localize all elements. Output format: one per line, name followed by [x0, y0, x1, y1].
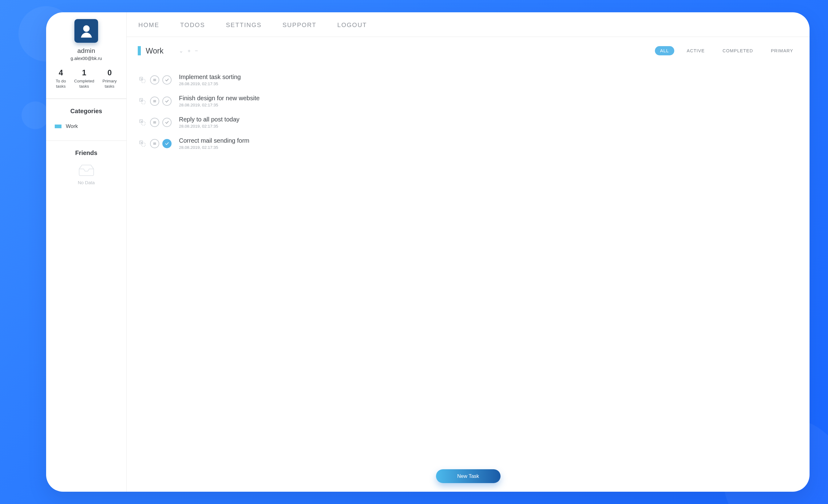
chevron-down-icon[interactable]: ⌄	[179, 48, 183, 53]
friends-empty-text: No Data	[46, 180, 126, 185]
task-row: Correct mail sending form 28.08.2019, 02…	[138, 133, 798, 154]
svg-rect-17	[142, 143, 145, 146]
task-row: Implement task sorting 28.08.2019, 02:17…	[138, 69, 798, 90]
category-name: Work	[66, 123, 78, 129]
category-item[interactable]: Work	[46, 122, 126, 131]
main-area: HOME TODOS SETTINGS SUPPORT LOGOUT Work …	[127, 12, 810, 492]
svg-rect-7	[142, 100, 145, 104]
sidebar: admin g.alex00@bk.ru 4 To do tasks 1 Com…	[46, 12, 127, 492]
stat-completed-label: Completed tasks	[74, 79, 94, 89]
task-list: Implement task sorting 28.08.2019, 02:17…	[127, 55, 810, 160]
category-color-bar	[138, 46, 141, 55]
task-date: 28.08.2019, 02:17:35	[179, 103, 259, 107]
stat-completed-count: 1	[74, 68, 94, 77]
stat-primary: 0 Primary tasks	[102, 68, 117, 89]
stats-row: 4 To do tasks 1 Completed tasks 0 Primar…	[49, 61, 123, 92]
stat-todo-count: 4	[56, 68, 66, 77]
task-details-icon[interactable]	[150, 139, 159, 148]
filter-completed[interactable]: COMPLETED	[717, 46, 758, 55]
nav-settings[interactable]: SETTINGS	[226, 22, 262, 29]
current-category-title: Work	[146, 46, 164, 55]
task-details-icon[interactable]	[150, 75, 159, 85]
list-header: Work ⌄ + − ALL ACTIVE COMPLETED PRIMARY	[127, 37, 810, 55]
nav-home[interactable]: HOME	[138, 22, 159, 29]
task-date: 28.08.2019, 02:17:35	[179, 145, 249, 150]
task-details-icon[interactable]	[150, 96, 159, 106]
filters: ALL ACTIVE COMPLETED PRIMARY	[655, 46, 798, 55]
task-title: Implement task sorting	[179, 74, 241, 81]
avatar-icon	[78, 23, 94, 39]
svg-rect-2	[142, 79, 145, 83]
categories-section: Categories Work	[46, 99, 126, 140]
friends-section: Friends No Data	[46, 140, 126, 194]
task-complete-toggle[interactable]	[162, 118, 172, 127]
task-move-icon[interactable]	[138, 118, 147, 127]
category-swatch	[55, 125, 61, 128]
category-controls: ⌄ + −	[179, 48, 198, 53]
task-date: 28.08.2019, 02:17:35	[179, 124, 240, 129]
task-title: Correct mail sending form	[179, 137, 249, 144]
task-title: Reply to all post today	[179, 116, 240, 123]
categories-title: Categories	[46, 108, 126, 115]
svg-rect-12	[142, 122, 145, 125]
task-move-icon[interactable]	[138, 96, 147, 106]
inbox-icon	[78, 163, 95, 177]
user-email: g.alex00@bk.ru	[49, 56, 123, 61]
task-move-icon[interactable]	[138, 139, 147, 148]
svg-point-0	[83, 25, 89, 32]
task-date: 28.08.2019, 02:17:35	[179, 82, 241, 86]
filter-all[interactable]: ALL	[655, 46, 674, 55]
friends-empty: No Data	[46, 163, 126, 185]
stat-todo: 4 To do tasks	[56, 68, 66, 89]
minus-icon[interactable]: −	[195, 48, 198, 53]
stat-primary-count: 0	[102, 68, 117, 77]
task-complete-toggle[interactable]	[162, 139, 172, 148]
stat-todo-label: To do tasks	[56, 79, 66, 89]
task-row: Finish design for new website 28.08.2019…	[138, 90, 798, 112]
task-move-icon[interactable]	[138, 75, 147, 85]
nav-todos[interactable]: TODOS	[180, 22, 205, 29]
avatar[interactable]	[74, 19, 98, 43]
filter-primary[interactable]: PRIMARY	[765, 46, 798, 55]
stat-completed: 1 Completed tasks	[74, 68, 94, 89]
top-nav: HOME TODOS SETTINGS SUPPORT LOGOUT	[127, 12, 810, 37]
nav-support[interactable]: SUPPORT	[283, 22, 316, 29]
profile-block: admin g.alex00@bk.ru 4 To do tasks 1 Com…	[46, 12, 126, 99]
task-title: Finish design for new website	[179, 95, 259, 102]
task-complete-toggle[interactable]	[162, 96, 172, 106]
stat-primary-label: Primary tasks	[102, 79, 117, 89]
app-card: admin g.alex00@bk.ru 4 To do tasks 1 Com…	[46, 12, 810, 492]
task-row: Reply to all post today 28.08.2019, 02:1…	[138, 112, 798, 133]
user-name: admin	[49, 47, 123, 54]
new-task-button[interactable]: New Task	[436, 469, 501, 483]
friends-title: Friends	[46, 150, 126, 157]
task-details-icon[interactable]	[150, 118, 159, 127]
filter-active[interactable]: ACTIVE	[681, 46, 710, 55]
plus-icon[interactable]: +	[188, 48, 191, 53]
task-complete-toggle[interactable]	[162, 75, 172, 85]
nav-logout[interactable]: LOGOUT	[337, 22, 367, 29]
